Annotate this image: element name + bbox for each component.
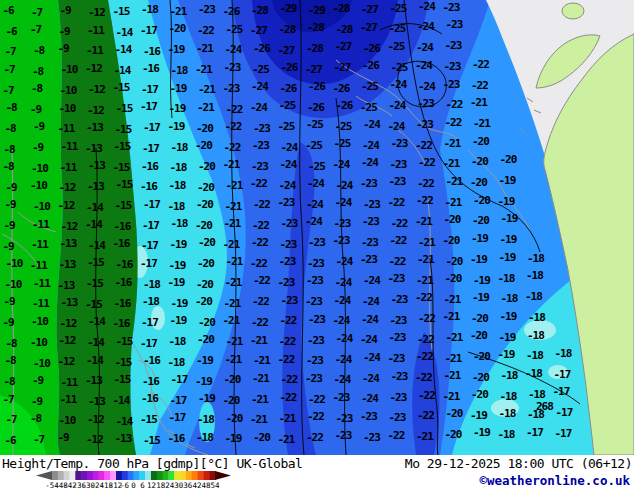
map-title: Height/Temp. 700 hPa [gdmp][°C] UK-Globa… (2, 456, 302, 471)
temperature-value: -8 (33, 44, 45, 57)
temperature-value: -26 (363, 42, 381, 55)
temperature-value: -16 (113, 237, 131, 250)
copyright-link[interactable]: ©weatheronline.co.uk (479, 473, 630, 488)
temperature-value: -20 (197, 333, 214, 346)
temperature-value: -17 (526, 426, 543, 439)
temperature-value: -23 (307, 334, 324, 347)
temperature-value: -10 (33, 200, 50, 213)
temperature-value: -25 (278, 120, 295, 133)
temperature-value: -21 (196, 42, 214, 55)
temperature-value: -23 (333, 234, 350, 247)
temperature-value: -23 (281, 217, 298, 230)
temperature-value: -24 (280, 158, 298, 171)
temperature-value: -19 (169, 259, 186, 272)
temperature-value: -18 (527, 252, 544, 265)
temperature-value: -11 (33, 277, 51, 290)
temperature-value: -18 (142, 295, 159, 308)
colorbar-tick-label: -6 (120, 481, 130, 490)
temperature-value: -17 (553, 385, 570, 398)
colorbar-tick-label: 12 (147, 481, 156, 490)
temperature-value: -24 (335, 196, 353, 209)
temperature-value: -21 (226, 179, 244, 192)
colorbar-segment (116, 471, 122, 480)
temperature-value: -22 (471, 79, 488, 92)
temperature-value: -11 (30, 259, 48, 272)
temperature-value: -24 (418, 80, 436, 93)
temperature-value: -9 (30, 103, 42, 116)
temperature-value: -19 (168, 120, 185, 133)
temperature-value: -22 (226, 103, 243, 116)
colorbar-segment (81, 471, 87, 480)
temperature-value: -24 (363, 274, 381, 287)
temperature-value: -16 (143, 45, 161, 58)
temperature-value: -9 (58, 431, 70, 444)
temperature-value: -25 (306, 118, 323, 131)
temperature-value: -24 (334, 373, 352, 386)
temperature-value: -21 (170, 5, 188, 18)
temperature-value: -24 (307, 177, 325, 190)
temperature-value: -28 (333, 2, 350, 15)
temperature-value: -10 (30, 179, 47, 192)
temperature-value: -21 (416, 274, 434, 287)
temperature-value: -10 (60, 84, 77, 97)
no-data-island (562, 3, 584, 19)
temperature-value: -12 (61, 220, 78, 233)
temperature-value: -19 (171, 297, 188, 310)
temperature-value: -21 (253, 354, 271, 367)
temperature-value: -15 (113, 5, 130, 18)
temperature-value: -21 (444, 293, 462, 306)
temperature-value: -8 (31, 82, 43, 95)
temperature-value: -20 (471, 312, 488, 325)
colorbar-segment (104, 471, 110, 480)
temperature-value: -24 (251, 80, 269, 93)
temperature-value: -18 (169, 179, 186, 192)
temperature-value: -23 (363, 198, 380, 211)
temperature-value: -23 (335, 429, 352, 442)
temperature-value: -22 (418, 156, 435, 169)
temperature-value: -23 (389, 175, 406, 188)
temperature-value: -10 (59, 102, 76, 115)
temperature-value: -23 (360, 177, 377, 190)
temperature-value: -14 (86, 354, 104, 367)
temperature-value: -24 (418, 0, 436, 13)
temperature-value: -18 (501, 369, 518, 382)
temperature-value: -16 (113, 317, 131, 330)
temperature-value: -25 (335, 120, 352, 133)
temperature-value: -14 (115, 43, 133, 56)
colorbar-segment (93, 471, 99, 480)
temperature-value: -22 (306, 431, 323, 444)
temperature-value: -29 (308, 4, 325, 17)
temperature-value: -20 (195, 139, 212, 152)
temperature-value: -29 (280, 2, 297, 15)
temperature-value: -19 (499, 251, 516, 264)
temperature-value: -20 (445, 272, 462, 285)
temperature-value: -23 (445, 39, 462, 52)
temperature-value: -22 (278, 353, 295, 366)
temperature-value: -9 (60, 4, 72, 17)
temperature-value: -11 (60, 393, 78, 406)
temperature-value-grid: -6-7-9-12-15-18-21-23-26-28-29-29-28-27-… (3, 0, 573, 447)
temperature-value: -23 (446, 18, 463, 31)
temperature-value: -16 (142, 375, 160, 388)
temperature-value: -10 (31, 315, 48, 328)
temperature-value: -8 (4, 375, 16, 388)
temperature-value: -23 (443, 78, 460, 91)
temperature-value: -10 (31, 162, 48, 175)
temperature-value: -16 (142, 62, 160, 75)
temperature-value: -25 (252, 63, 269, 76)
temperature-value: -22 (416, 194, 433, 207)
temperature-value: -23 (252, 139, 269, 152)
temperature-value: -18 (526, 269, 543, 282)
temperature-value: -22 (307, 410, 324, 423)
temperature-value: -21 (444, 369, 462, 382)
temperature-value: -18 (527, 408, 544, 421)
temperature-value: -20 (472, 135, 489, 148)
temperature-value: -23 (223, 82, 240, 95)
temperature-value: -13 (87, 180, 104, 193)
temperature-value: -20 (195, 295, 212, 308)
temperature-value: -11 (87, 24, 105, 37)
temperature-value: -21 (223, 158, 241, 171)
temperature-value: -15 (143, 434, 160, 447)
temperature-value: -19 (470, 409, 487, 422)
temperature-value: -25 (226, 23, 243, 36)
